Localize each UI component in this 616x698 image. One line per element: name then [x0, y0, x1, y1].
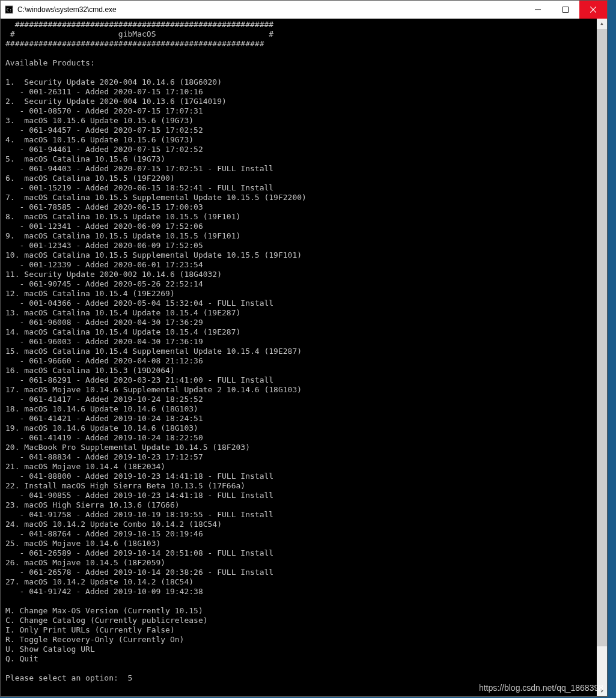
menu-option-i[interactable]: I. Only Print URLs (Currently False)	[5, 625, 175, 634]
product-line: 5. macOS Catalina 10.15.6 (19G73)	[5, 154, 165, 163]
menu-option-r[interactable]: R. Toggle Recovery-Only (Currently On)	[5, 635, 184, 644]
product-line: 12. macOS Catalina 10.15.4 (19E2269)	[5, 289, 175, 298]
product-detail: - 041-91758 - Added 2019-10-19 18:19:55 …	[5, 510, 273, 519]
product-detail: - 061-94457 - Added 2020-07-15 17:02:52	[5, 126, 203, 135]
product-line: 19. macOS 10.14.6 Update 10.14.6 (18G103…	[5, 423, 198, 432]
product-line: 27. macOS 10.14.2 Update 10.14.2 (18C54)	[5, 577, 194, 586]
window-title: C:\windows\system32\cmd.exe	[17, 5, 524, 14]
prompt-input[interactable]: 5	[128, 673, 133, 682]
product-line: 6. macOS Catalina 10.15.5 (19F2200)	[5, 174, 175, 183]
product-line: 16. macOS Catalina 10.15.3 (19D2064)	[5, 366, 175, 375]
svg-text:C:\: C:\	[7, 7, 13, 13]
product-detail: - 061-26589 - Added 2019-10-14 20:51:08 …	[5, 548, 273, 557]
product-detail: - 061-78585 - Added 2020-06-15 17:00:03	[5, 202, 203, 211]
scrollbar-thumb[interactable]	[597, 29, 607, 646]
product-line: 2. Security Update 2020-004 10.13.6 (17G…	[5, 97, 227, 106]
product-line: 21. macOS Mojave 10.14.4 (18E2034)	[5, 462, 165, 471]
product-detail: - 001-12339 - Added 2020-06-01 17:23:54	[5, 260, 203, 269]
scrollbar-track[interactable]	[597, 29, 607, 686]
product-detail: - 041-88800 - Added 2019-10-23 14:41:18 …	[5, 472, 273, 481]
product-detail: - 061-86291 - Added 2020-03-23 21:41:00 …	[5, 375, 273, 384]
product-line: 7. macOS Catalina 10.15.5 Supplemental U…	[5, 193, 306, 202]
header-border: ########################################…	[5, 20, 273, 29]
product-line: 24. macOS 10.14.2 Update Combo 10.14.2 (…	[5, 520, 222, 529]
product-line: 26. macOS Mojave 10.14.5 (18F2059)	[5, 558, 165, 567]
console-output[interactable]: ########################################…	[1, 19, 597, 696]
product-line: 18. macOS 10.14.6 Update 10.14.6 (18G103…	[5, 404, 198, 413]
product-detail: - 001-04366 - Added 2020-05-04 15:32:04 …	[5, 299, 273, 308]
product-detail: - 001-26311 - Added 2020-07-15 17:10:16	[5, 87, 203, 96]
menu-option-q[interactable]: Q. Quit	[5, 654, 38, 663]
product-line: 15. macOS Catalina 10.15.4 Supplemental …	[5, 347, 302, 356]
product-detail: - 061-96008 - Added 2020-04-30 17:36:29	[5, 318, 203, 327]
product-line: 3. macOS 10.15.6 Update 10.15.6 (19G73)	[5, 116, 194, 125]
product-line: 9. macOS Catalina 10.15.5 Update 10.15.5…	[5, 231, 240, 240]
close-button[interactable]	[579, 1, 607, 19]
window-controls	[524, 1, 607, 19]
product-detail: - 061-26578 - Added 2019-10-14 20:38:26 …	[5, 568, 273, 577]
cmd-icon: C:\	[4, 5, 14, 14]
menu-option-u[interactable]: U. Show Catalog URL	[5, 645, 95, 654]
product-line: 10. macOS Catalina 10.15.5 Supplemental …	[5, 250, 302, 259]
menu-option-m[interactable]: M. Change Max-OS Version (Currently 10.1…	[5, 606, 203, 615]
maximize-button[interactable]	[552, 1, 579, 19]
product-line: 11. Security Update 2020-002 10.14.6 (18…	[5, 270, 222, 279]
available-label: Available Products:	[5, 58, 95, 67]
vertical-scrollbar[interactable]: ▲ ▼	[597, 19, 607, 696]
minimize-button[interactable]	[524, 1, 552, 19]
product-line: 25. macOS Mojave 10.14.6 (18G103)	[5, 539, 160, 548]
header-title: # gibMacOS #	[5, 29, 273, 38]
product-line: 14. macOS Catalina 10.15.4 Update 10.15.…	[5, 327, 240, 336]
product-line: 23. macOS High Sierra 10.13.6 (17G66)	[5, 500, 180, 509]
product-line: 20. MacBook Pro Supplemental Update 10.1…	[5, 443, 250, 452]
scroll-up-arrow-icon[interactable]: ▲	[597, 19, 607, 29]
product-line: 22. Install macOS High Sierra Beta 10.13…	[5, 481, 245, 490]
product-detail: - 001-12343 - Added 2020-06-09 17:52:05	[5, 241, 203, 250]
header-border: ########################################…	[5, 39, 264, 48]
product-line: 17. macOS Mojave 10.14.6 Supplemental Up…	[5, 385, 302, 394]
product-detail: - 001-15219 - Added 2020-06-15 18:52:41 …	[5, 183, 273, 192]
product-detail: - 061-96660 - Added 2020-04-08 21:12:36	[5, 356, 203, 365]
product-detail: - 061-41421 - Added 2019-10-24 18:24:51	[5, 414, 203, 423]
product-detail: - 061-41417 - Added 2019-10-24 18:25:52	[5, 395, 203, 404]
product-detail: - 061-94403 - Added 2020-07-15 17:02:51 …	[5, 164, 273, 173]
cmd-window: C:\ C:\windows\system32\cmd.exe ########…	[0, 0, 608, 697]
product-detail: - 041-91742 - Added 2019-10-09 19:42:38	[5, 587, 203, 596]
product-detail: - 041-88764 - Added 2019-10-15 20:19:46	[5, 529, 203, 538]
product-detail: - 041-88834 - Added 2019-10-23 17:12:57	[5, 452, 203, 461]
product-detail: - 001-12341 - Added 2020-06-09 17:52:06	[5, 222, 203, 231]
product-detail: - 061-94461 - Added 2020-07-15 17:02:52	[5, 145, 203, 154]
product-detail: - 041-90855 - Added 2019-10-23 14:41:18 …	[5, 491, 273, 500]
product-detail: - 061-90745 - Added 2020-05-26 22:52:14	[5, 279, 203, 288]
product-line: 8. macOS Catalina 10.15.5 Update 10.15.5…	[5, 212, 240, 221]
menu-option-c[interactable]: C. Change Catalog (Currently publicrelea…	[5, 616, 208, 625]
product-detail: - 001-08570 - Added 2020-07-15 17:07:31	[5, 106, 203, 115]
watermark-text: https://blog.csdn.net/qq_1868398	[479, 683, 603, 693]
prompt-label: Please select an option:	[5, 673, 128, 682]
svg-rect-3	[563, 7, 569, 13]
product-line: 13. macOS Catalina 10.15.4 Update 10.15.…	[5, 308, 240, 317]
product-detail: - 061-41419 - Added 2019-10-24 18:22:50	[5, 433, 203, 442]
product-line: 4. macOS 10.15.6 Update 10.15.6 (19G73)	[5, 135, 194, 144]
product-line: 1. Security Update 2020-004 10.14.6 (18G…	[5, 77, 222, 86]
product-detail: - 061-96003 - Added 2020-04-30 17:36:19	[5, 337, 203, 346]
titlebar[interactable]: C:\ C:\windows\system32\cmd.exe	[1, 1, 607, 19]
